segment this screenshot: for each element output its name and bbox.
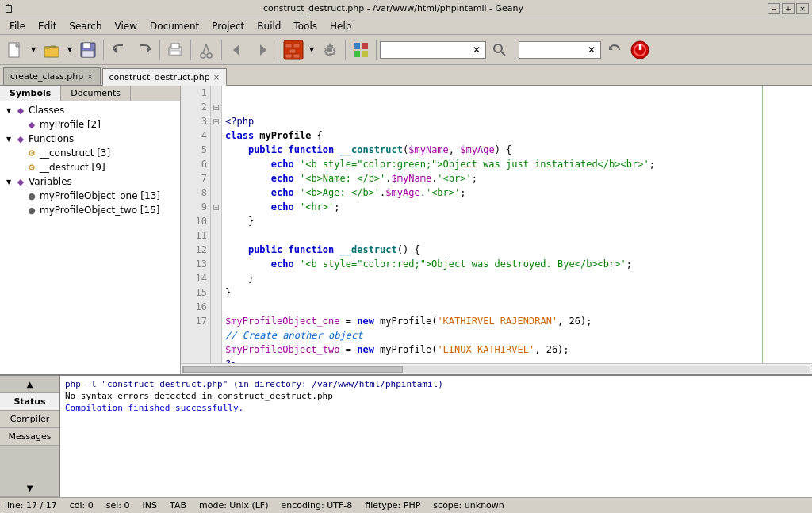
svg-rect-27	[354, 51, 360, 57]
titlebar-title: construct_destruct.php - /var/www/html/p…	[19, 3, 768, 13]
new-dropdown[interactable]: ▼	[29, 39, 38, 61]
tree-arrow-classes[interactable]: ▼	[3, 105, 14, 116]
sidebar-tab-symbols[interactable]: Symbols	[0, 86, 61, 101]
tab-construct-destruct-close[interactable]: ×	[213, 73, 220, 82]
editor-container: 1 2 3 4 5 6 7 8 9 10 11 12 13 14 15 16 1…	[181, 86, 812, 363]
bottom-tab-status[interactable]: Status	[0, 393, 59, 411]
sidebar: Symbols Documents ▼ ◆ Classes ◆ myProfil…	[0, 86, 181, 374]
refresh-button[interactable]	[603, 38, 626, 62]
back-button[interactable]	[225, 38, 249, 62]
forward-button[interactable]	[251, 38, 274, 62]
close-button[interactable]: ×	[796, 3, 809, 14]
hscroll-area	[181, 363, 812, 374]
menu-search[interactable]: Search	[63, 19, 108, 33]
save-button[interactable]	[76, 38, 100, 62]
menu-project[interactable]: Project	[205, 19, 251, 33]
search-clear[interactable]: ✕	[469, 43, 484, 57]
color-button[interactable]	[349, 38, 373, 62]
fold-2[interactable]: ⊟	[211, 100, 221, 114]
construct-icon: ⚙	[25, 147, 38, 159]
open-button[interactable]	[40, 38, 63, 62]
undo-button[interactable]	[107, 38, 131, 62]
code-editor[interactable]: <?php class myProfile { public function …	[222, 86, 812, 363]
tree-arrow-destruct	[14, 162, 25, 173]
svg-line-15	[206, 44, 209, 53]
var-one-icon: ●	[25, 190, 38, 202]
svg-point-12	[201, 53, 205, 58]
build-button[interactable]	[282, 38, 305, 62]
menu-view[interactable]: View	[109, 19, 144, 33]
search-field: ✕	[380, 41, 486, 59]
main-area: Symbols Documents ▼ ◆ Classes ◆ myProfil…	[0, 86, 812, 374]
tree-functions[interactable]: ▼ ◆ Functions	[0, 132, 180, 146]
tree-label-functions: Functions	[29, 133, 74, 144]
toolbar-sep5	[278, 40, 278, 60]
maximize-button[interactable]: +	[782, 3, 795, 14]
tab-create-class-close[interactable]: ×	[86, 72, 93, 81]
hscroll-track[interactable]	[182, 366, 810, 373]
app-icon: 🗒	[3, 2, 14, 15]
line-numbers: 1 2 3 4 5 6 7 8 9 10 11 12 13 14 15 16 1…	[181, 86, 211, 363]
stop-button[interactable]	[628, 38, 652, 62]
bottom-scroll-up[interactable]: ▲	[0, 376, 59, 393]
output-line2: Compilation finished successfully.	[65, 403, 807, 413]
svg-rect-5	[83, 43, 90, 48]
svg-rect-23	[293, 54, 300, 58]
var-two-icon: ●	[25, 204, 38, 216]
redo-button[interactable]	[132, 38, 156, 62]
fold-3[interactable]: ⊟	[211, 114, 221, 128]
build-dropdown[interactable]: ▼	[307, 39, 316, 61]
cut-button[interactable]	[194, 38, 218, 62]
titlebar: 🗒 construct_destruct.php - /var/www/html…	[0, 0, 812, 17]
toolbar-sep3	[190, 40, 191, 60]
bottom-tab-compiler[interactable]: Compiler	[0, 411, 59, 428]
tree-arrow-variables[interactable]: ▼	[3, 176, 14, 187]
menu-edit[interactable]: Edit	[32, 19, 63, 33]
destruct-icon: ⚙	[25, 161, 38, 174]
print-button[interactable]	[163, 38, 187, 62]
menu-build[interactable]: Build	[251, 19, 287, 33]
tree-construct[interactable]: ⚙ __construct [3]	[0, 146, 180, 160]
editor-tabbar: create_class.php × construct_destruct.ph…	[0, 65, 812, 86]
tab-create-class[interactable]: create_class.php ×	[3, 67, 101, 85]
search-input[interactable]	[382, 45, 469, 55]
settings-button[interactable]	[318, 38, 342, 62]
new-button[interactable]	[3, 38, 27, 62]
tree-myprofile[interactable]: ◆ myProfile [2]	[0, 117, 180, 132]
menu-help[interactable]: Help	[324, 19, 358, 33]
svg-rect-10	[171, 44, 179, 48]
sidebar-tab-documents[interactable]: Documents	[61, 86, 131, 101]
svg-line-14	[203, 44, 206, 53]
toolbar-sep4	[221, 40, 222, 60]
tree-classes[interactable]: ▼ ◆ Classes	[0, 103, 180, 117]
jump-input[interactable]	[521, 45, 584, 55]
menu-file[interactable]: File	[3, 19, 32, 33]
tree-label-classes: Classes	[29, 105, 64, 116]
svg-rect-25	[354, 43, 360, 49]
tree-variables[interactable]: ▼ ◆ Variables	[0, 174, 180, 189]
bottom-tab-messages[interactable]: Messages	[0, 428, 59, 446]
open-dropdown[interactable]: ▼	[65, 39, 75, 61]
jump-clear[interactable]: ✕	[584, 43, 599, 57]
fold-9[interactable]: ⊟	[211, 200, 221, 214]
tree-var-one[interactable]: ● myProfileObject_one [13]	[0, 189, 180, 203]
tree-arrow-var-one	[14, 190, 25, 201]
search-button[interactable]	[488, 38, 511, 62]
menu-document[interactable]: Document	[144, 19, 205, 33]
svg-line-30	[501, 52, 505, 56]
svg-rect-6	[82, 51, 94, 57]
tab-construct-destruct[interactable]: construct_destruct.php ×	[102, 68, 228, 86]
menu-tools[interactable]: Tools	[287, 19, 324, 33]
bottom-scroll-down[interactable]: ▼	[0, 480, 59, 497]
tree-var-two[interactable]: ● myProfileObject_two [15]	[0, 203, 180, 217]
hscroll-thumb[interactable]	[183, 366, 403, 373]
bottom-content: php -l "construct_destruct.php" (in dire…	[60, 376, 812, 497]
status-mode: mode: Unix (LF)	[199, 500, 269, 511]
tree-arrow-functions[interactable]: ▼	[3, 133, 14, 144]
minimize-button[interactable]: −	[768, 3, 780, 14]
output-line1: No syntax errors detected in construct_d…	[65, 391, 807, 401]
bottom-panel: ▲ Status Compiler Messages ▼ php -l "con…	[0, 374, 812, 497]
toolbar-sep2	[159, 40, 160, 60]
tree-destruct[interactable]: ⚙ __destruct [9]	[0, 160, 180, 174]
tree-label-variables: Variables	[29, 176, 72, 187]
